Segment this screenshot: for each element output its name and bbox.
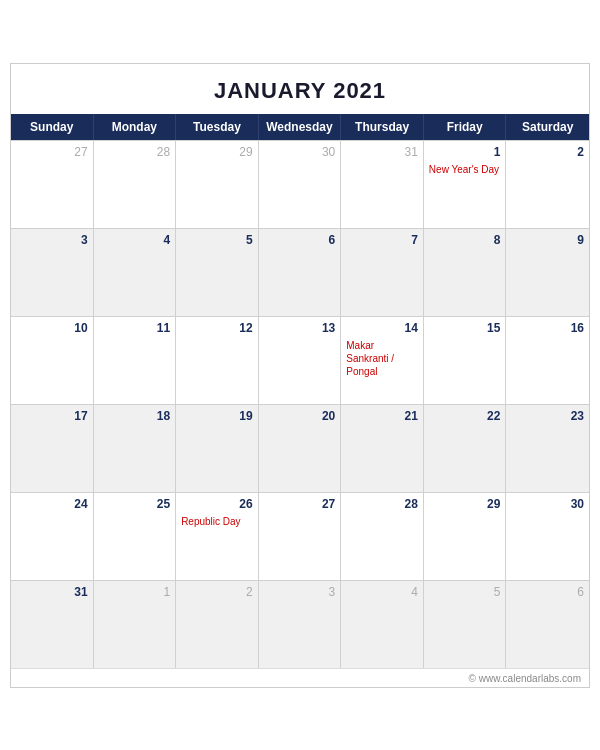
calendar-cell: 2 <box>506 140 589 228</box>
calendar-cell: 8 <box>424 228 507 316</box>
cell-number: 10 <box>16 321 88 337</box>
cell-number: 21 <box>346 409 418 425</box>
calendar-cell: 23 <box>506 404 589 492</box>
calendar-cell: 16 <box>506 316 589 404</box>
calendar-cell: 29 <box>424 492 507 580</box>
calendar-cell: 12 <box>176 316 259 404</box>
cell-number: 24 <box>16 497 88 513</box>
day-name-tuesday: Tuesday <box>176 114 259 140</box>
cell-number: 2 <box>511 145 584 161</box>
cell-number: 30 <box>264 145 336 161</box>
cell-number: 22 <box>429 409 501 425</box>
cell-number: 1 <box>99 585 171 601</box>
cell-number: 6 <box>264 233 336 249</box>
calendar-cell: 17 <box>11 404 94 492</box>
cell-number: 31 <box>16 585 88 601</box>
calendar-cell: 28 <box>94 140 177 228</box>
calendar-cell: 24 <box>11 492 94 580</box>
day-name-sunday: Sunday <box>11 114 94 140</box>
calendar-cell: 9 <box>506 228 589 316</box>
cell-number: 27 <box>16 145 88 161</box>
calendar-cell: 7 <box>341 228 424 316</box>
day-name-wednesday: Wednesday <box>259 114 342 140</box>
cell-number: 7 <box>346 233 418 249</box>
cell-number: 9 <box>511 233 584 249</box>
cell-number: 19 <box>181 409 253 425</box>
calendar-cell: 1New Year's Day <box>424 140 507 228</box>
footer: © www.calendarlabs.com <box>11 668 589 687</box>
calendar-cell: 15 <box>424 316 507 404</box>
calendar-cell: 26Republic Day <box>176 492 259 580</box>
calendar-cell: 30 <box>259 140 342 228</box>
calendar-cell: 1 <box>94 580 177 668</box>
calendar-cell: 28 <box>341 492 424 580</box>
calendar-header: SundayMondayTuesdayWednesdayThursdayFrid… <box>11 114 589 140</box>
calendar-cell: 18 <box>94 404 177 492</box>
cell-number: 12 <box>181 321 253 337</box>
calendar-event: New Year's Day <box>429 163 501 176</box>
cell-number: 29 <box>429 497 501 513</box>
calendar-cell: 27 <box>259 492 342 580</box>
calendar-cell: 13 <box>259 316 342 404</box>
cell-number: 4 <box>346 585 418 601</box>
calendar-cell: 6 <box>259 228 342 316</box>
cell-number: 1 <box>429 145 501 161</box>
calendar-cell: 31 <box>341 140 424 228</box>
cell-number: 29 <box>181 145 253 161</box>
calendar-event: Republic Day <box>181 515 253 528</box>
calendar-cell: 22 <box>424 404 507 492</box>
calendar-cell: 20 <box>259 404 342 492</box>
cell-number: 13 <box>264 321 336 337</box>
cell-number: 20 <box>264 409 336 425</box>
calendar-cell: 29 <box>176 140 259 228</box>
cell-number: 3 <box>16 233 88 249</box>
calendar-cell: 5 <box>424 580 507 668</box>
cell-number: 16 <box>511 321 584 337</box>
day-name-saturday: Saturday <box>506 114 589 140</box>
cell-number: 5 <box>181 233 253 249</box>
cell-number: 4 <box>99 233 171 249</box>
cell-number: 31 <box>346 145 418 161</box>
cell-number: 14 <box>346 321 418 337</box>
day-name-thursday: Thursday <box>341 114 424 140</box>
calendar-cell: 11 <box>94 316 177 404</box>
cell-number: 15 <box>429 321 501 337</box>
calendar: JANUARY 2021 SundayMondayTuesdayWednesda… <box>10 63 590 688</box>
day-name-monday: Monday <box>94 114 177 140</box>
cell-number: 25 <box>99 497 171 513</box>
cell-number: 2 <box>181 585 253 601</box>
cell-number: 3 <box>264 585 336 601</box>
cell-number: 23 <box>511 409 584 425</box>
cell-number: 5 <box>429 585 501 601</box>
day-name-friday: Friday <box>424 114 507 140</box>
calendar-cell: 31 <box>11 580 94 668</box>
calendar-cell: 27 <box>11 140 94 228</box>
cell-number: 27 <box>264 497 336 513</box>
cell-number: 17 <box>16 409 88 425</box>
calendar-cell: 4 <box>94 228 177 316</box>
calendar-cell: 4 <box>341 580 424 668</box>
calendar-cell: 25 <box>94 492 177 580</box>
cell-number: 28 <box>99 145 171 161</box>
cell-number: 6 <box>511 585 584 601</box>
calendar-cell: 10 <box>11 316 94 404</box>
cell-number: 28 <box>346 497 418 513</box>
cell-number: 11 <box>99 321 171 337</box>
calendar-cell: 19 <box>176 404 259 492</box>
calendar-cell: 5 <box>176 228 259 316</box>
cell-number: 18 <box>99 409 171 425</box>
calendar-body: 27282930311New Year's Day234567891011121… <box>11 140 589 668</box>
calendar-cell: 6 <box>506 580 589 668</box>
calendar-cell: 3 <box>11 228 94 316</box>
cell-number: 30 <box>511 497 584 513</box>
calendar-title: JANUARY 2021 <box>11 64 589 114</box>
calendar-cell: 3 <box>259 580 342 668</box>
calendar-event: Makar Sankranti / Pongal <box>346 339 418 378</box>
calendar-cell: 14Makar Sankranti / Pongal <box>341 316 424 404</box>
calendar-cell: 30 <box>506 492 589 580</box>
cell-number: 8 <box>429 233 501 249</box>
calendar-cell: 21 <box>341 404 424 492</box>
cell-number: 26 <box>181 497 253 513</box>
calendar-cell: 2 <box>176 580 259 668</box>
